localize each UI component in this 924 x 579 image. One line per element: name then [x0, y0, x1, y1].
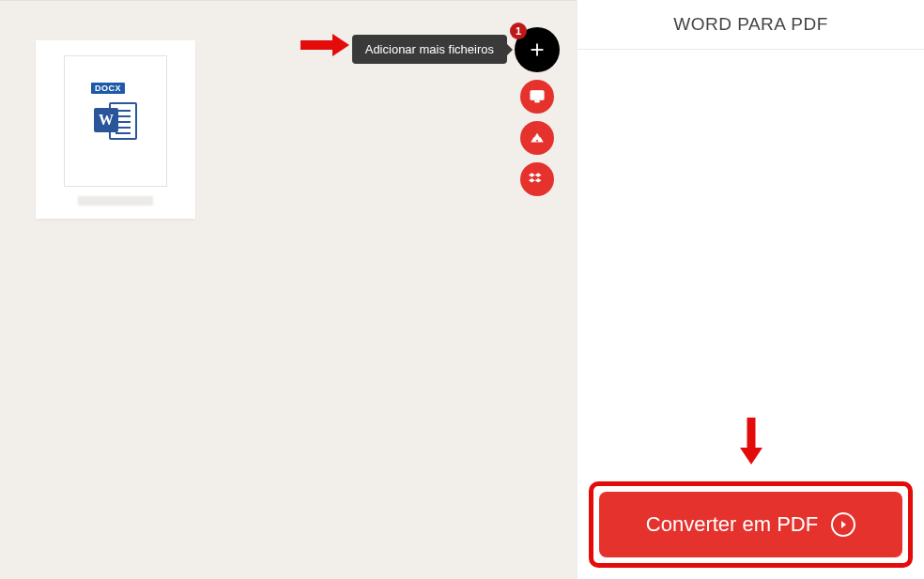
- file-page-preview: DOCX W: [64, 55, 167, 187]
- add-files-tooltip: Adicionar mais ficheiros: [352, 35, 507, 64]
- file-type-badge: DOCX: [91, 83, 125, 94]
- convert-button-label: Converter em PDF: [646, 512, 818, 537]
- file-name-placeholder: [78, 196, 153, 206]
- add-files-button[interactable]: Adicionar mais ficheiros 1: [515, 27, 560, 72]
- plus-icon: [527, 39, 547, 60]
- page-title: WORD PARA PDF: [578, 0, 924, 50]
- add-from-drive-button[interactable]: [520, 121, 554, 155]
- desktop-icon: [529, 88, 546, 105]
- convert-button-area: Converter em PDF: [578, 470, 924, 579]
- convert-button[interactable]: Converter em PDF: [599, 492, 902, 557]
- options-panel: WORD PARA PDF Converter em PDF: [577, 0, 924, 579]
- add-files-button-group: Adicionar mais ficheiros 1: [515, 27, 560, 196]
- google-drive-icon: [529, 130, 546, 146]
- annotation-arrow-add: [299, 32, 351, 58]
- workspace-panel: DOCX W Adicionar mais ficheiros 1: [0, 0, 577, 579]
- word-icon: W: [94, 100, 137, 142]
- annotation-arrow-convert: [738, 416, 764, 466]
- add-from-dropbox-button[interactable]: [520, 162, 554, 196]
- options-body: [578, 50, 924, 416]
- svg-rect-1: [535, 100, 540, 102]
- file-thumbnail[interactable]: DOCX W: [36, 40, 195, 219]
- add-from-computer-button[interactable]: [520, 80, 554, 114]
- arrow-right-circle-icon: [831, 512, 855, 537]
- annotation-highlight-box: Converter em PDF: [589, 481, 913, 568]
- file-count-badge: 1: [510, 23, 527, 39]
- dropbox-icon: [529, 171, 546, 188]
